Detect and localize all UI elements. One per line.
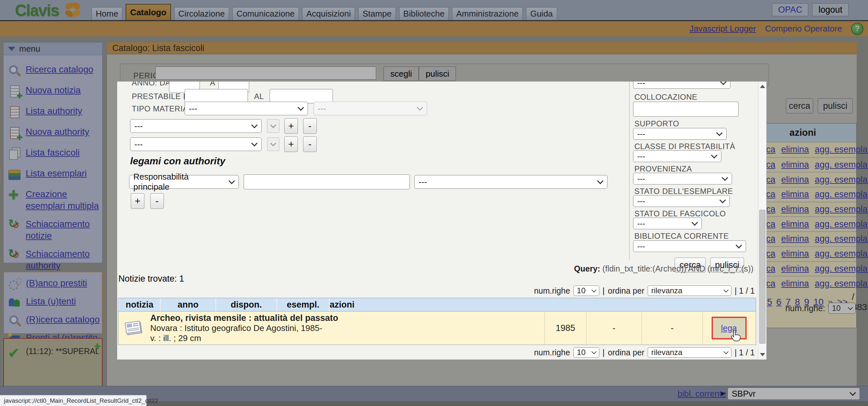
scrollbar-thumb[interactable] (759, 210, 766, 344)
supporto-label: SUPPORTO (634, 119, 679, 128)
ordina-per-label: ordina per (608, 348, 644, 357)
lega-action-highlight: lega (712, 317, 747, 340)
numrighe-label: num.righe (534, 286, 570, 296)
record-physical: v. : ill. ; 29 cm (150, 333, 338, 343)
record-publisher: Novara : Istituto geografico De Agostini… (150, 323, 338, 333)
column-header: anno (160, 298, 215, 311)
column-header: esempl. (276, 298, 329, 311)
criteria-select-1[interactable]: --- (130, 119, 261, 133)
record-dispon: - (586, 312, 642, 345)
separator: | (602, 348, 605, 357)
classe-prestabilita-label: CLASSE DI PRESTABILITÀ (634, 142, 735, 151)
remove-criteria-button-2[interactable]: - (303, 137, 317, 152)
page-indicator: | 1 / 1 (735, 348, 755, 357)
anno-a-label: A (210, 81, 215, 87)
column-header: notizia (118, 298, 160, 311)
list-controls-top: num.righe 10 | ordina per rilevanza | 1 … (534, 286, 755, 296)
prestabile-dal-input[interactable] (185, 89, 248, 103)
add-authority-button[interactable]: + (131, 193, 145, 209)
search-modal: ANNO: DA A PRESTABILE DAL AL TIPO MATERI… (117, 81, 767, 360)
collocazione-label: COLLOCAZIONE (634, 93, 697, 102)
stato-esemplare-select[interactable]: --- (633, 195, 730, 207)
remove-criteria-button-1[interactable]: - (303, 118, 317, 134)
column-header: azioni (329, 298, 355, 311)
separator: | (602, 286, 605, 296)
tipo-materiale-select[interactable]: --- (185, 102, 308, 115)
provenienza-label: PROVENIENZA (634, 164, 692, 173)
provenienza-select[interactable]: --- (633, 173, 732, 184)
authority-relation-select[interactable]: Responsabilità principale (129, 175, 239, 189)
newspaper-icon (124, 320, 144, 337)
authority-value-select[interactable]: --- (414, 175, 608, 189)
biblioteca-corrente-modal-select[interactable]: --- (633, 240, 746, 252)
modal-scrollbar[interactable] (758, 82, 767, 359)
ordina-per-select-top[interactable]: rilevanza (648, 286, 732, 296)
status-bar-tooltip: javascript:;//ctl0_Main_RecordList_Resul… (0, 395, 147, 406)
al-label: AL (254, 92, 264, 101)
stato-fascicolo-select[interactable]: --- (633, 218, 702, 229)
query-label: Query: (574, 264, 600, 273)
form-divider (629, 82, 629, 260)
clavis-app: Clavis HomeCatalogoCircolazioneComunicaz… (0, 0, 868, 406)
stato-esemplare-label: STATO DELL'ESEMPLARE (634, 187, 733, 196)
record-title[interactable]: Archeo, rivista mensile : attualità del … (150, 313, 338, 323)
authority-text-input[interactable] (244, 174, 410, 190)
results-count: Notizie trovate: 1 (118, 274, 184, 284)
prestabile-al-input[interactable] (270, 89, 333, 103)
page-indicator: | 1 / 1 (735, 286, 755, 296)
right-top-select[interactable]: --- (633, 81, 731, 89)
scroll-down-arrow[interactable] (758, 350, 767, 359)
numrighe-select-top[interactable]: 10 (574, 286, 599, 296)
expand-select-button-2 (267, 137, 279, 151)
record-anno: 1985 (545, 312, 586, 345)
ordina-per-select-bottom[interactable]: rilevanza (648, 347, 732, 357)
column-header: dispon. (215, 298, 276, 311)
query-text: (fldin_txt_title:(Archeo)) AND (mrc_l_7:… (602, 264, 753, 273)
result-record-row[interactable]: Archeo, rivista mensile : attualità del … (118, 312, 756, 345)
supporto-select[interactable]: --- (633, 128, 726, 140)
criteria-select-2[interactable]: --- (130, 137, 261, 151)
remove-authority-button[interactable]: - (150, 193, 164, 209)
biblioteca-corrente-label: BIBLIOTECA CORRENTE (634, 232, 729, 241)
query-line: Query: (fldin_txt_title:(Archeo)) AND (m… (574, 264, 753, 273)
scroll-up-arrow[interactable] (758, 82, 767, 91)
numrighe-select-bottom[interactable]: 10 (574, 347, 599, 357)
anno-label: ANNO: DA (132, 81, 171, 87)
add-criteria-button-2[interactable]: + (284, 137, 298, 152)
results-table: notiziaannodispon.esempl.azioni (118, 298, 756, 345)
list-controls-bottom: num.righe 10 | ordina per rilevanza | 1 … (534, 347, 755, 357)
stato-fascicolo-label: STATO DEL FASCICOLO (634, 209, 726, 218)
numrighe-label: num.righe (534, 348, 570, 357)
tipo-materiale-secondary-select: --- (313, 102, 427, 115)
expand-select-button-1 (267, 119, 279, 133)
classe-prestabilita-select[interactable]: --- (633, 150, 721, 162)
hand-cursor-icon (731, 329, 741, 342)
add-criteria-button-1[interactable]: + (284, 118, 298, 134)
collocazione-input[interactable] (633, 102, 739, 117)
authority-section-heading: legami con authority (130, 155, 225, 167)
ordina-per-label: ordina per (608, 286, 644, 296)
record-esempl: - (642, 312, 703, 345)
results-table-header: notiziaannodispon.esempl.azioni (118, 298, 756, 312)
